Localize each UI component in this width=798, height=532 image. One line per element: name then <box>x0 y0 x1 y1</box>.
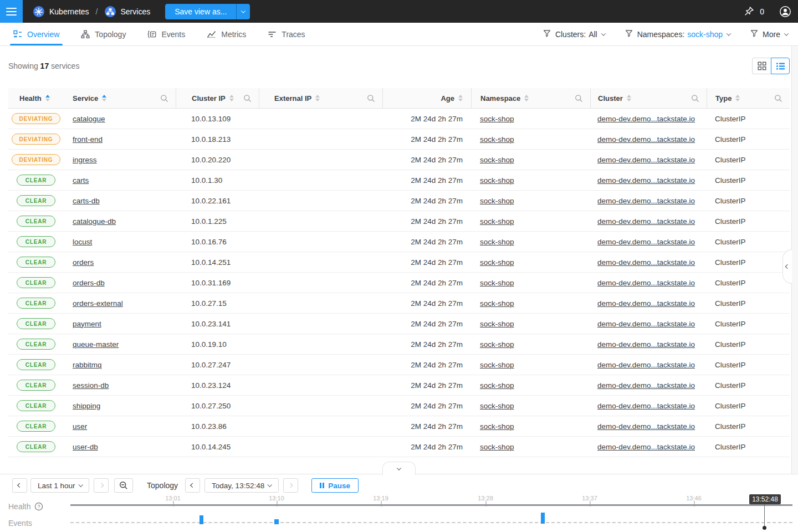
column-header-external-ip[interactable]: External IP <box>259 88 382 108</box>
tab-traces[interactable]: Traces <box>268 23 305 45</box>
service-link[interactable]: catalogue <box>73 115 105 123</box>
tab-topology[interactable]: Topology <box>81 23 126 45</box>
service-link[interactable]: carts <box>73 176 89 185</box>
namespace-link[interactable]: sock-shop <box>480 402 514 410</box>
service-link[interactable]: queue-master <box>73 340 119 349</box>
cluster-link[interactable]: demo-dev.demo...tackstate.io <box>597 381 695 390</box>
current-time-marker-dot[interactable] <box>763 526 766 530</box>
namespace-link[interactable]: sock-shop <box>480 135 514 144</box>
table-row[interactable]: CLEAR carts-db 10.0.22.161 2M 24d 2h 27m… <box>8 191 790 211</box>
table-row[interactable]: DEVIATING front-end 10.0.18.213 2M 24d 2… <box>8 129 790 150</box>
search-icon[interactable] <box>774 94 790 103</box>
list-view-button[interactable] <box>771 58 790 74</box>
event-marker[interactable] <box>541 513 545 524</box>
tab-events[interactable]: Events <box>147 23 185 45</box>
table-row[interactable]: CLEAR user 10.0.23.86 2M 24d 2h 27m sock… <box>8 416 790 437</box>
event-marker[interactable] <box>274 519 279 524</box>
search-icon[interactable] <box>367 94 382 103</box>
service-link[interactable]: locust <box>73 238 92 246</box>
search-icon[interactable] <box>243 94 259 103</box>
service-link[interactable]: catalogue-db <box>73 217 116 226</box>
breadcrumb-app[interactable]: Kubernetes <box>49 7 89 16</box>
service-link[interactable]: user-db <box>73 443 98 451</box>
cluster-link[interactable]: demo-dev.demo...tackstate.io <box>597 217 695 226</box>
expand-right-panel-handle[interactable] <box>782 249 792 284</box>
namespace-link[interactable]: sock-shop <box>480 320 514 328</box>
namespace-link[interactable]: sock-shop <box>480 258 514 267</box>
table-row[interactable]: CLEAR locust 10.0.16.76 2M 24d 2h 27m so… <box>8 232 790 252</box>
cluster-link[interactable]: demo-dev.demo...tackstate.io <box>597 115 695 123</box>
namespace-link[interactable]: sock-shop <box>480 443 514 451</box>
column-header-age[interactable]: Age <box>382 88 471 108</box>
column-header-type[interactable]: Type <box>707 88 790 108</box>
table-row[interactable]: CLEAR user-db 10.0.14.245 2M 24d 2h 27m … <box>8 437 790 457</box>
table-row[interactable]: CLEAR session-db 10.0.23.124 2M 24d 2h 2… <box>8 375 790 396</box>
service-link[interactable]: shipping <box>73 402 100 410</box>
table-row[interactable]: DEVIATING catalogue 10.0.13.109 2M 24d 2… <box>8 109 790 129</box>
table-row[interactable]: CLEAR rabbitmq 10.0.27.247 2M 24d 2h 27m… <box>8 355 790 375</box>
grid-view-button[interactable] <box>752 58 771 74</box>
column-header-cluster-ip[interactable]: Cluster IP <box>176 88 259 108</box>
table-row[interactable]: CLEAR orders-external 10.0.27.15 2M 24d … <box>8 293 790 314</box>
search-icon[interactable] <box>575 94 590 103</box>
save-view-button[interactable]: Save view as... <box>165 4 236 19</box>
table-row[interactable]: CLEAR orders-db 10.0.31.169 2M 24d 2h 27… <box>8 273 790 293</box>
sort-icon[interactable] <box>45 95 50 101</box>
namespace-link[interactable]: sock-shop <box>480 381 514 390</box>
service-link[interactable]: front-end <box>73 135 103 144</box>
table-row[interactable]: CLEAR queue-master 10.0.19.10 2M 24d 2h … <box>8 334 790 355</box>
sort-icon[interactable] <box>102 95 106 101</box>
namespace-link[interactable]: sock-shop <box>480 279 514 287</box>
service-link[interactable]: orders-external <box>73 299 123 308</box>
cluster-link[interactable]: demo-dev.demo...tackstate.io <box>597 361 695 369</box>
menu-button[interactable] <box>0 0 23 23</box>
namespace-link[interactable]: sock-shop <box>480 422 514 431</box>
sort-icon[interactable] <box>229 95 234 101</box>
namespaces-filter[interactable]: Namespaces: sock-shop <box>625 29 730 39</box>
sort-icon[interactable] <box>627 95 631 101</box>
sort-icon[interactable] <box>735 95 740 101</box>
timeline-chart[interactable]: Health ? Events 13:0113:1013:1913:2813:3… <box>0 474 798 532</box>
cluster-link[interactable]: demo-dev.demo...tackstate.io <box>597 320 695 328</box>
clusters-filter[interactable]: Clusters: All <box>543 29 605 39</box>
namespace-link[interactable]: sock-shop <box>480 197 514 205</box>
namespace-link[interactable]: sock-shop <box>480 361 514 369</box>
sort-icon[interactable] <box>315 95 320 101</box>
namespace-link[interactable]: sock-shop <box>480 115 514 123</box>
namespace-link[interactable]: sock-shop <box>480 340 514 349</box>
cluster-link[interactable]: demo-dev.demo...tackstate.io <box>597 443 695 451</box>
cluster-link[interactable]: demo-dev.demo...tackstate.io <box>597 156 695 164</box>
cluster-link[interactable]: demo-dev.demo...tackstate.io <box>597 340 695 349</box>
service-link[interactable]: orders-db <box>73 279 105 287</box>
table-row[interactable]: CLEAR orders 10.0.14.251 2M 24d 2h 27m s… <box>8 252 790 273</box>
column-header-health[interactable]: Health <box>8 88 73 108</box>
cluster-link[interactable]: demo-dev.demo...tackstate.io <box>597 402 695 410</box>
more-filter[interactable]: More <box>750 29 788 39</box>
search-icon[interactable] <box>160 94 176 103</box>
table-row[interactable]: CLEAR shipping 10.0.27.250 2M 24d 2h 27m… <box>8 396 790 416</box>
cluster-link[interactable]: demo-dev.demo...tackstate.io <box>597 238 695 246</box>
table-row[interactable]: DEVIATING ingress 10.0.20.220 2M 24d 2h … <box>8 150 790 170</box>
namespace-link[interactable]: sock-shop <box>480 238 514 246</box>
user-avatar[interactable] <box>779 6 791 18</box>
namespace-link[interactable]: sock-shop <box>480 299 514 308</box>
sort-icon[interactable] <box>458 95 463 101</box>
column-header-namespace[interactable]: Namespace <box>471 88 590 108</box>
cluster-link[interactable]: demo-dev.demo...tackstate.io <box>597 422 695 431</box>
cluster-link[interactable]: demo-dev.demo...tackstate.io <box>597 299 695 308</box>
cluster-link[interactable]: demo-dev.demo...tackstate.io <box>597 135 695 144</box>
search-icon[interactable] <box>691 94 707 103</box>
breadcrumb-page[interactable]: Services <box>121 7 151 16</box>
tab-metrics[interactable]: Metrics <box>207 23 246 45</box>
event-marker[interactable] <box>200 515 203 524</box>
cluster-link[interactable]: demo-dev.demo...tackstate.io <box>597 258 695 267</box>
namespace-link[interactable]: sock-shop <box>480 217 514 226</box>
column-header-cluster[interactable]: Cluster <box>590 88 707 108</box>
table-row[interactable]: CLEAR carts 10.0.1.30 2M 24d 2h 27m sock… <box>8 170 790 191</box>
service-link[interactable]: carts-db <box>73 197 100 205</box>
service-link[interactable]: ingress <box>73 156 97 164</box>
table-row[interactable]: CLEAR catalogue-db 10.0.1.225 2M 24d 2h … <box>8 211 790 232</box>
service-link[interactable]: session-db <box>73 381 109 390</box>
service-link[interactable]: user <box>73 422 87 431</box>
tab-overview[interactable]: Overview <box>13 23 59 45</box>
